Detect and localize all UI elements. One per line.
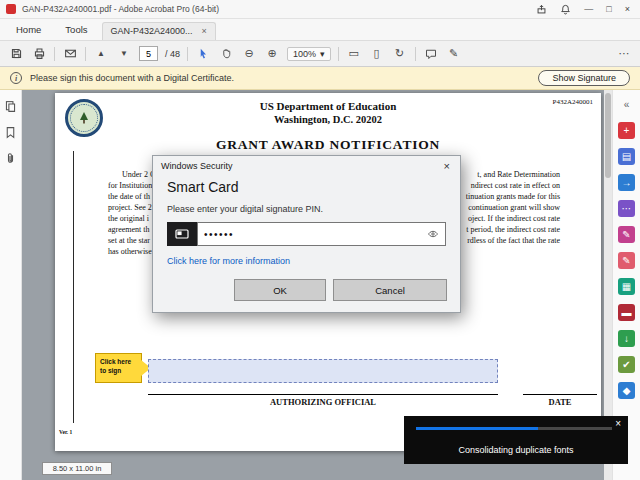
show-signature-button[interactable]: Show Signature	[538, 70, 630, 86]
tab-tools[interactable]: Tools	[53, 24, 99, 40]
callout-line1: Click here	[100, 358, 141, 367]
page-number-input[interactable]	[139, 46, 158, 61]
scrollbar-thumb[interactable]	[605, 93, 611, 178]
tab-bar: Home Tools GAN-P432A24000... ×	[0, 19, 640, 41]
windows-security-dialog: Windows Security × Smart Card Please ent…	[152, 155, 461, 313]
tab-document[interactable]: GAN-P432A24000... ×	[102, 22, 216, 40]
chevron-down-icon: ▾	[320, 49, 325, 59]
cancel-button[interactable]: Cancel	[333, 279, 447, 301]
rotate-view-icon[interactable]: ↻	[392, 46, 408, 62]
fill-sign-icon[interactable]: ✎	[618, 226, 635, 243]
page-count-label: / 48	[165, 49, 180, 59]
protect-icon[interactable]: ◆	[618, 382, 635, 399]
notifications-bell-icon[interactable]	[560, 4, 571, 15]
dialog-title: Windows Security	[161, 161, 233, 171]
export-pdf-icon[interactable]: →	[618, 174, 635, 191]
window-title: GAN-P432A240001.pdf - Adobe Acrobat Pro …	[22, 4, 219, 14]
more-tools-icon[interactable]: ⋯	[616, 46, 632, 62]
tab-close-icon[interactable]: ×	[202, 26, 207, 36]
minimize-button[interactable]: —	[584, 5, 593, 14]
email-icon[interactable]	[62, 46, 78, 62]
collapse-panel-icon[interactable]: «	[618, 96, 635, 113]
maximize-button[interactable]: □	[606, 5, 611, 14]
callout-line2: to sign	[100, 367, 141, 376]
tab-home[interactable]: Home	[4, 24, 53, 40]
progress-bar-fill	[416, 427, 538, 430]
attachments-paperclip-icon[interactable]	[4, 152, 17, 165]
toolbar-divider	[415, 47, 416, 61]
toast-close-icon[interactable]: ×	[615, 418, 621, 429]
title-bar: GAN-P432A240001.pdf - Adobe Acrobat Pro …	[0, 0, 640, 19]
print-icon[interactable]	[31, 46, 47, 62]
department-address: Washington, D.C. 20202	[55, 114, 601, 125]
zoom-in-icon[interactable]: ⊕	[264, 46, 280, 62]
bookmarks-icon[interactable]	[4, 126, 17, 139]
pin-input[interactable]	[204, 229, 427, 240]
edit-pdf-icon[interactable]: ✎	[618, 252, 635, 269]
organize-pages-icon[interactable]: ▦	[618, 278, 635, 295]
table-border-line	[73, 151, 74, 423]
zoom-level-dropdown[interactable]: 100% ▾	[287, 47, 331, 61]
highlight-tool-icon[interactable]: ✎	[446, 46, 462, 62]
digital-certificate-bar: i Please sign this document with a Digit…	[0, 67, 640, 90]
share-icon[interactable]	[536, 4, 547, 15]
toolbar-divider	[187, 47, 188, 61]
click-here-to-sign-callout[interactable]: Click here to sign	[95, 353, 142, 383]
certificate-message: Please sign this document with a Digital…	[30, 73, 234, 83]
pin-input-box	[197, 222, 446, 246]
progress-bar-track	[416, 427, 612, 430]
authorizing-official-label: AUTHORIZING OFFICIAL	[148, 397, 498, 407]
acrobat-app-icon	[6, 4, 16, 14]
page-size-indicator: 8.50 x 11.00 in	[42, 462, 112, 475]
toast-message: Consolidating duplicate fonts	[404, 445, 628, 455]
save-icon[interactable]	[8, 46, 24, 62]
info-icon: i	[10, 72, 22, 84]
grant-award-title: GRANT AWARD NOTIFICATION	[55, 137, 601, 153]
pin-entry-row	[167, 222, 446, 246]
create-pdf-icon[interactable]: +	[618, 122, 635, 139]
more-information-link[interactable]: Click here for more information	[167, 256, 446, 266]
toolbar: ▲ ▼ / 48 ⊖ ⊕ 100% ▾ ▭ ▯ ↻ ✎ ⋯	[0, 41, 640, 67]
left-nav-rail	[0, 90, 22, 480]
zoom-level-value: 100%	[293, 49, 316, 59]
select-tool-icon[interactable]	[195, 46, 211, 62]
toolbar-divider	[54, 47, 55, 61]
reveal-password-eye-icon[interactable]	[427, 228, 439, 240]
dialog-heading: Smart Card	[167, 179, 446, 195]
progress-toast: × Consolidating duplicate fonts	[404, 416, 628, 464]
acrobat-window: GAN-P432A240001.pdf - Adobe Acrobat Pro …	[0, 0, 640, 480]
toolbar-divider	[338, 47, 339, 61]
close-button[interactable]: ×	[625, 5, 630, 14]
zoom-out-icon[interactable]: ⊖	[241, 46, 257, 62]
pin-prompt: Please enter your digital signature PIN.	[167, 204, 446, 214]
dialog-close-icon[interactable]: ×	[442, 160, 452, 172]
dialog-title-bar: Windows Security ×	[153, 156, 460, 176]
toolbar-divider	[85, 47, 86, 61]
page-thumbnails-icon[interactable]	[4, 100, 17, 113]
dialog-buttons: OK Cancel	[234, 279, 447, 301]
signature-field[interactable]	[148, 359, 498, 383]
date-line	[523, 394, 597, 395]
version-label: Ver. 1	[59, 429, 72, 435]
next-page-icon[interactable]: ▼	[116, 46, 132, 62]
redact-icon[interactable]: ▬	[618, 304, 635, 321]
hand-tool-icon[interactable]	[218, 46, 234, 62]
ok-button[interactable]: OK	[234, 279, 326, 301]
combine-files-icon[interactable]: ▤	[618, 148, 635, 165]
comment-icon[interactable]: ⋯	[618, 200, 635, 217]
tab-document-label: GAN-P432A24000...	[111, 26, 193, 36]
date-label: DATE	[523, 397, 597, 407]
previous-page-icon[interactable]: ▲	[93, 46, 109, 62]
compress-pdf-icon[interactable]: ↓	[618, 330, 635, 347]
comment-tool-icon[interactable]	[423, 46, 439, 62]
signature-line	[148, 394, 498, 395]
fit-page-icon[interactable]: ▭	[346, 46, 362, 62]
smart-card-icon	[167, 222, 197, 246]
fit-width-icon[interactable]: ▯	[369, 46, 385, 62]
prepare-form-icon[interactable]: ✔	[618, 356, 635, 373]
department-heading: US Department of Education	[55, 100, 601, 112]
